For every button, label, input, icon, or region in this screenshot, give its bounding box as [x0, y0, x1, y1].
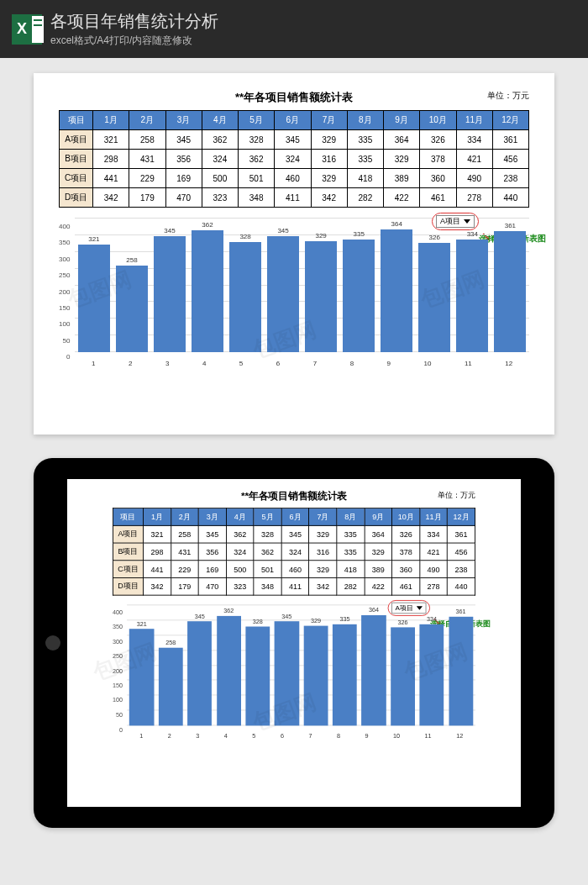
- value-cell: 345: [275, 130, 311, 150]
- table-header-cell: 6月: [281, 508, 309, 526]
- value-cell: 456: [448, 543, 475, 561]
- x-tick-label: 3: [165, 360, 169, 367]
- value-cell: 328: [254, 525, 281, 543]
- bar-value-label: 335: [339, 616, 349, 623]
- preview-paper: **年各项目销售额统计表单位：万元项目1月2月3月4月5月6月7月8月9月10月…: [34, 73, 554, 435]
- value-cell: 282: [347, 188, 383, 208]
- y-axis: 400350300250200150100500: [59, 218, 70, 361]
- value-cell: 258: [129, 130, 165, 150]
- x-tick-label: 6: [281, 733, 284, 740]
- bar-column: 361: [449, 608, 473, 726]
- x-tick-label: 5: [252, 733, 255, 740]
- x-tick-label: 3: [196, 733, 199, 740]
- bar-value-label: 362: [202, 221, 213, 229]
- bar: [361, 615, 386, 725]
- page-subtitle: excel格式/A4打印/内容随意修改: [50, 34, 218, 48]
- project-name-cell: B项目: [60, 150, 93, 169]
- bar-value-label: 258: [165, 640, 176, 646]
- doc-title: **年各项目销售额统计表: [235, 90, 353, 105]
- project-name-cell: A项目: [60, 130, 93, 150]
- value-cell: 389: [384, 169, 420, 188]
- value-cell: 334: [420, 525, 448, 543]
- value-cell: 335: [337, 543, 365, 561]
- template-header: X 各项目年销售统计分析 excel格式/A4打印/内容随意修改: [0, 0, 588, 58]
- table-header-cell: 项目: [113, 508, 143, 526]
- value-cell: 490: [420, 561, 448, 578]
- value-cell: 329: [309, 525, 337, 543]
- value-cell: 329: [384, 150, 420, 169]
- value-cell: 348: [254, 577, 281, 595]
- bar-value-label: 321: [137, 620, 147, 627]
- y-tick-label: 0: [113, 726, 123, 733]
- value-cell: 329: [311, 130, 347, 150]
- bar: [381, 229, 412, 352]
- bar-value-label: 326: [398, 619, 408, 625]
- value-cell: 316: [309, 543, 337, 561]
- bar: [303, 626, 328, 725]
- preview-tablet: **年各项目销售额统计表单位：万元项目1月2月3月4月5月6月7月8月9月10月…: [34, 458, 554, 828]
- bar-value-label: 329: [311, 618, 321, 624]
- table-row: A项目321258345362328345329335364326334361: [113, 525, 475, 543]
- value-cell: 361: [492, 130, 528, 150]
- x-axis: 123456789101112: [75, 360, 529, 367]
- bar-value-label: 345: [277, 227, 288, 234]
- value-cell: 362: [226, 525, 254, 543]
- value-cell: 470: [198, 577, 226, 595]
- value-cell: 361: [448, 525, 475, 543]
- x-tick-label: 5: [239, 360, 243, 367]
- x-tick-label: 10: [393, 733, 400, 740]
- table-header-cell: 12月: [492, 111, 528, 130]
- table-header-cell: 3月: [165, 111, 202, 130]
- bar-column: 364: [381, 220, 412, 352]
- x-tick-label: 4: [202, 360, 206, 367]
- excel-icon: X: [12, 14, 42, 45]
- value-cell: 460: [275, 169, 311, 188]
- y-tick-label: 400: [113, 609, 123, 616]
- bar-column: 258: [159, 640, 183, 726]
- value-cell: 360: [392, 561, 420, 578]
- sales-table: 项目1月2月3月4月5月6月7月8月9月10月11月12月A项目32125834…: [113, 508, 475, 595]
- value-cell: 500: [202, 169, 238, 188]
- project-dropdown[interactable]: A项目: [391, 603, 426, 614]
- bars-group: 321258345362328345329335364326334361: [75, 218, 529, 366]
- bar: [333, 624, 357, 726]
- value-cell: 356: [165, 150, 202, 169]
- doc-title-row: **年各项目销售额统计表单位：万元: [113, 490, 475, 503]
- bar-column: 362: [217, 608, 241, 725]
- y-tick-label: 50: [59, 337, 70, 345]
- x-tick-label: 9: [387, 360, 391, 367]
- value-cell: 441: [143, 561, 171, 578]
- bar-column: 335: [333, 616, 357, 726]
- value-cell: 362: [254, 543, 281, 561]
- value-cell: 335: [347, 150, 383, 169]
- tablet-home-button[interactable]: [45, 635, 60, 651]
- value-cell: 500: [226, 561, 254, 578]
- x-tick-label: 9: [365, 733, 369, 740]
- bar: [418, 243, 450, 352]
- project-dropdown[interactable]: A项目: [436, 215, 475, 228]
- bar: [78, 245, 110, 352]
- bar-value-label: 345: [281, 613, 291, 619]
- value-cell: 356: [198, 543, 226, 561]
- bar-value-label: 361: [505, 222, 516, 229]
- bar-value-label: 345: [164, 227, 175, 234]
- bar-value-label: 321: [88, 235, 99, 243]
- table-header-cell: 2月: [129, 111, 165, 130]
- bar: [305, 241, 337, 352]
- bar: [449, 616, 473, 725]
- bar: [217, 616, 241, 725]
- value-cell: 328: [239, 130, 275, 150]
- table-row: C项目441229169500501460329418389360490238: [60, 169, 529, 188]
- value-cell: 278: [456, 188, 492, 208]
- unit-label: 单位：万元: [438, 490, 475, 501]
- value-cell: 335: [347, 130, 383, 150]
- chevron-down-icon: [417, 606, 423, 610]
- bar: [192, 230, 223, 352]
- bar-value-label: 335: [354, 230, 365, 238]
- x-tick-label: 4: [224, 733, 228, 740]
- value-cell: 460: [281, 561, 309, 578]
- bar: [159, 648, 183, 726]
- value-cell: 329: [311, 169, 347, 188]
- table-header-cell: 8月: [337, 508, 365, 526]
- y-tick-label: 400: [59, 223, 70, 230]
